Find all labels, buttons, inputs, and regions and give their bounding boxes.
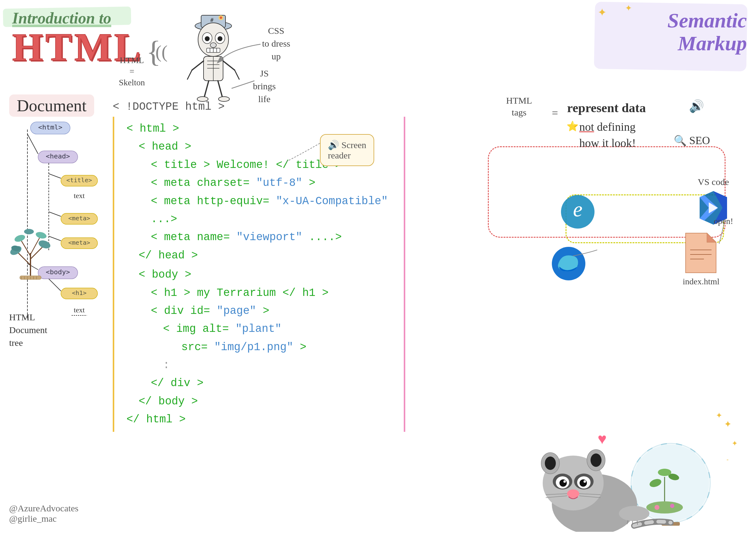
star-icon: ⭐ [566,120,579,132]
svg-text:text: text [74,192,85,200]
speaker-icon: 🔊 [689,99,704,113]
document-label: Document [9,94,94,117]
sparkle-raccoon-1: ✦ [724,419,732,429]
svg-text:e: e [573,198,582,221]
css-label: CSS to dress up [262,24,290,63]
edge-icon [549,244,588,285]
svg-point-105 [563,480,566,483]
ie-icon: e [558,192,598,233]
raccoon-terrarium [503,416,716,533]
skeleton-figure: # [171,9,256,108]
double-paren: (( [155,43,168,61]
svg-point-106 [583,480,586,483]
js-label: JS brings life [253,67,276,105]
svg-point-85 [646,501,683,514]
sparkle-icon: ✦ [598,6,607,19]
svg-point-60 [14,233,26,243]
svg-point-9 [218,36,223,41]
sparkle-raccoon-3: - [726,456,729,463]
heart-icon: ♥ [598,430,607,448]
not-defining-text: not defining how it look! [579,119,636,151]
svg-line-20 [192,61,203,70]
code-lines: < html > < head > < title > Welcome! </ … [126,120,398,429]
svg-line-55 [31,247,43,259]
svg-line-22 [223,61,235,70]
svg-point-96 [545,457,556,470]
doctype-line: < !DOCTYPE html > [113,100,405,113]
svg-point-98 [590,453,602,467]
screen-reader-bubble: 🔊 Screen reader [320,134,374,166]
plant-illustration [3,204,58,281]
svg-point-4 [220,16,222,19]
open-label: open! [714,216,733,226]
index-html-file: index.html [683,232,719,286]
represent-data-text: represent data [567,100,646,115]
svg-point-90 [655,505,660,510]
svg-line-31 [27,134,38,154]
svg-line-24 [204,81,209,97]
svg-line-25 [218,81,223,97]
svg-marker-79 [707,233,716,242]
svg-point-89 [658,469,671,476]
credit-line2: @girlie_mac [9,514,79,524]
seo-label: 🔍 SEO [674,134,710,147]
semantic-markup-section: ✦ ✦ Semantic Markup [595,3,747,55]
html-skelton-label: HTML = Skelton [119,55,145,88]
equals-sign: = [552,107,558,120]
semantic-title: Semantic Markup [595,3,747,55]
html-tags-label: HTML tags [506,94,532,118]
svg-point-104 [580,479,587,487]
svg-text:<title>: <title> [67,176,92,184]
svg-point-61 [35,231,47,240]
svg-point-8 [205,36,210,41]
svg-line-35 [49,174,61,178]
svg-line-115 [637,520,637,525]
svg-text:<html>: <html> [38,123,62,131]
svg-text:<head>: <head> [46,152,70,160]
svg-line-114 [632,521,633,525]
svg-line-21 [187,70,192,79]
sparkle-icon-2: ✦ [625,3,632,13]
svg-text:<h1>: <h1> [72,289,87,297]
svg-point-62 [24,229,34,234]
svg-point-91 [670,504,674,508]
svg-point-59 [38,239,51,250]
html-doc-tree-label: HTML Document tree [9,311,47,349]
svg-point-10 [210,43,216,47]
credits-section: @AzureAdvocates @girlie_mac [9,503,79,524]
document-section: Document [9,94,94,117]
svg-line-23 [235,70,239,79]
svg-line-57 [31,238,40,254]
credit-line1: @AzureAdvocates [9,503,79,514]
intro-text: Introduction to [12,9,143,27]
svg-line-56 [21,241,31,256]
svg-text:<meta>: <meta> [68,215,90,222]
svg-point-112 [619,506,649,521]
svg-text:#: # [210,17,214,23]
svg-line-54 [18,253,31,265]
svg-text:<meta>: <meta> [68,239,90,246]
svg-text:text: text [74,306,85,314]
sparkle-raccoon-2: ✦ [732,439,738,448]
svg-point-103 [559,479,567,487]
sparkle-raccoon-4: ✦ [716,411,722,420]
